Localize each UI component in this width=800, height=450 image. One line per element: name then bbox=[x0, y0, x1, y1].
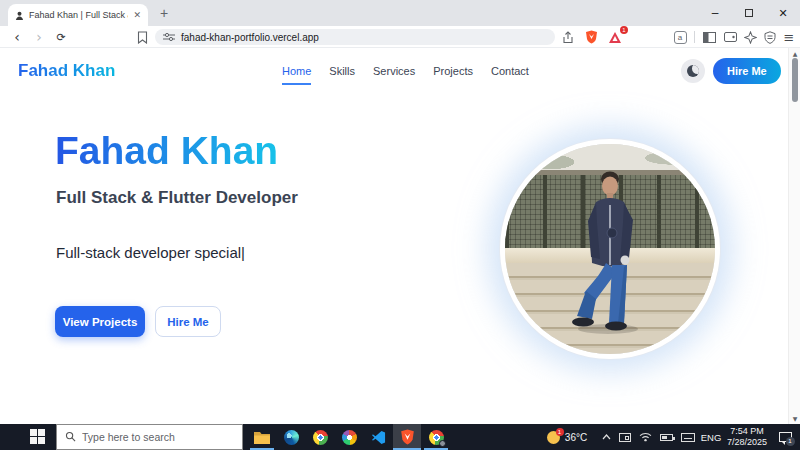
view-projects-button[interactable]: View Projects bbox=[55, 306, 145, 337]
nav-item-projects[interactable]: Projects bbox=[433, 65, 473, 85]
display-icon[interactable] bbox=[616, 424, 634, 450]
browser-toolbar: ‹ › ⟳ fahad-khan-portfolio.vercel.app 1 … bbox=[0, 26, 800, 48]
action-center-icon[interactable]: 1 bbox=[774, 424, 796, 450]
dark-mode-toggle[interactable] bbox=[681, 59, 705, 83]
file-explorer-icon[interactable] bbox=[248, 424, 276, 450]
menu-icon[interactable]: ≡ bbox=[781, 29, 797, 45]
touch-keyboard-icon[interactable] bbox=[678, 424, 698, 450]
photos-icon[interactable] bbox=[335, 424, 363, 450]
site-settings-icon[interactable] bbox=[163, 28, 175, 46]
vpn-shield-icon[interactable] bbox=[762, 29, 778, 45]
profile-badge bbox=[439, 440, 446, 447]
language-indicator[interactable]: ENG bbox=[698, 424, 724, 450]
browser-titlebar: Fahad Khan | Full Stack & Flutter ✕ + – … bbox=[0, 0, 800, 26]
search-input[interactable] bbox=[82, 431, 222, 443]
scroll-up-icon[interactable]: ▲ bbox=[789, 50, 800, 57]
scroll-down-icon[interactable]: ▼ bbox=[789, 415, 800, 422]
brave-shields-icon[interactable] bbox=[583, 29, 599, 45]
temperature-text[interactable]: 36°C bbox=[562, 424, 590, 450]
screen: Fahad Khan | Full Stack & Flutter ✕ + – … bbox=[0, 0, 800, 450]
search-icon bbox=[65, 428, 76, 446]
address-bar[interactable]: fahad-khan-portfolio.vercel.app bbox=[155, 29, 555, 45]
profile-photo: Full Stack Flutter Expert bbox=[505, 144, 715, 354]
taskbar-search[interactable] bbox=[56, 424, 243, 450]
url-text[interactable]: fahad-khan-portfolio.vercel.app bbox=[181, 32, 319, 43]
tray-time: 7:54 PM bbox=[730, 426, 764, 436]
nav-hire-me-button[interactable]: Hire Me bbox=[713, 58, 781, 84]
nav-item-services[interactable]: Services bbox=[373, 65, 415, 85]
start-button-icon[interactable] bbox=[30, 429, 45, 444]
sidebar-icon[interactable] bbox=[701, 29, 717, 45]
forward-icon[interactable]: › bbox=[30, 26, 48, 48]
window-close-button[interactable]: ✕ bbox=[766, 0, 800, 26]
webpage: Fahad Khan Home Skills Services Projects… bbox=[0, 48, 800, 424]
windows-taskbar: 1 36°C ENG 7:54 PM7/28/2025 1 bbox=[0, 424, 800, 450]
vscode-icon[interactable] bbox=[364, 424, 392, 450]
brave-icon[interactable] bbox=[393, 424, 421, 450]
moon-icon bbox=[687, 65, 699, 77]
new-tab-button[interactable]: + bbox=[160, 4, 168, 22]
wallet-icon[interactable] bbox=[722, 29, 738, 45]
back-icon[interactable]: ‹ bbox=[8, 26, 26, 48]
site-favicon-icon bbox=[15, 11, 24, 20]
tray-date: 7/28/2025 bbox=[727, 437, 767, 447]
page-scrollbar[interactable]: ▲ ▼ bbox=[788, 48, 800, 424]
toolbar-divider bbox=[694, 31, 695, 43]
hero-subtitle: Full Stack & Flutter Developer bbox=[56, 188, 298, 208]
leo-ai-star-icon[interactable] bbox=[742, 29, 758, 45]
reload-icon[interactable]: ⟳ bbox=[52, 26, 70, 48]
weather-icon[interactable]: 1 bbox=[544, 424, 562, 450]
window-controls: – ✕ bbox=[698, 0, 800, 26]
nav-item-contact[interactable]: Contact bbox=[491, 65, 529, 85]
scrollbar-thumb[interactable] bbox=[792, 58, 798, 102]
nav-item-skills[interactable]: Skills bbox=[329, 65, 355, 85]
hero-typing-text: Full-stack developer special| bbox=[56, 244, 245, 261]
brave-rewards-icon[interactable]: 1 bbox=[606, 29, 624, 45]
bookmark-icon[interactable] bbox=[134, 29, 150, 45]
battery-icon[interactable] bbox=[656, 424, 676, 450]
share-icon[interactable] bbox=[560, 29, 576, 45]
site-nav: Home Skills Services Projects Contact bbox=[282, 65, 529, 85]
clock[interactable]: 7:54 PM7/28/2025 bbox=[724, 424, 770, 450]
notification-count: 1 bbox=[786, 437, 795, 446]
wifi-icon[interactable] bbox=[636, 424, 654, 450]
chrome-profile-icon[interactable] bbox=[422, 424, 450, 450]
window-restore-button[interactable] bbox=[732, 0, 766, 26]
hero-hire-me-button[interactable]: Hire Me bbox=[155, 306, 221, 337]
reader-extension-icon[interactable]: a bbox=[672, 29, 688, 45]
tab-close-icon[interactable]: ✕ bbox=[133, 10, 141, 20]
browser-tab[interactable]: Fahad Khan | Full Stack & Flutter ✕ bbox=[8, 4, 148, 26]
rewards-badge: 1 bbox=[620, 26, 628, 34]
hidden-icons-chevron-icon[interactable] bbox=[598, 424, 614, 450]
edge-icon[interactable] bbox=[277, 424, 305, 450]
chrome-icon[interactable] bbox=[306, 424, 334, 450]
nav-item-home[interactable]: Home bbox=[282, 65, 311, 85]
profile-photo-image bbox=[505, 144, 715, 354]
window-minimize-button[interactable]: – bbox=[698, 0, 732, 26]
hero-title: Fahad Khan bbox=[55, 130, 278, 173]
site-logo[interactable]: Fahad Khan bbox=[18, 61, 115, 81]
tab-title: Fahad Khan | Full Stack & Flutter bbox=[29, 10, 128, 20]
person-figure bbox=[550, 164, 670, 336]
restore-icon bbox=[745, 9, 753, 17]
